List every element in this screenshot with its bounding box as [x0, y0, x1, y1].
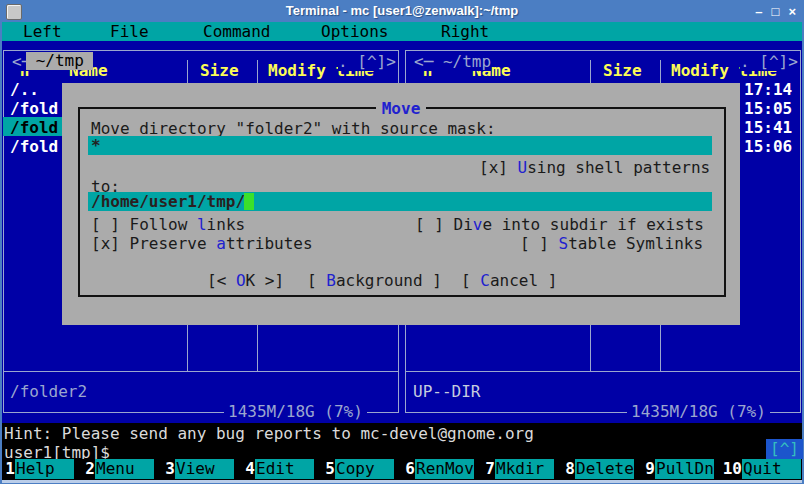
label-text: [ ] Follow: [91, 215, 197, 234]
menu-file[interactable]: File: [110, 22, 149, 41]
hotkey-letter: B: [326, 271, 336, 290]
fkey-copy[interactable]: 5Copy: [322, 459, 402, 479]
menu-command[interactable]: Command: [203, 22, 270, 41]
label-text: ttributes: [226, 234, 313, 253]
file-row[interactable]: /fold: [10, 137, 58, 156]
fkey-number: 3: [162, 459, 175, 479]
left-panel-up-indicator[interactable]: . [^]>: [338, 52, 396, 71]
menu-right[interactable]: Right: [441, 22, 489, 41]
ok-button[interactable]: [< OK >]: [207, 271, 284, 290]
window-title: Terminal - mc [user1@zenwalk]:~/tmp: [0, 0, 804, 22]
fkey-label: Copy: [335, 459, 394, 479]
left-panel-path[interactable]: ~/tmp: [26, 52, 93, 70]
fkey-label: PullDn: [655, 459, 714, 479]
cancel-button[interactable]: [ Cancel ]: [461, 271, 557, 290]
left-panel-free-space: 1435M/18G (7%): [224, 402, 367, 421]
hotkey-letter: C: [480, 271, 490, 290]
fkey-label: Edit: [255, 459, 314, 479]
mc-screen: Left File Command Options Right <─ ~/tmp…: [2, 22, 802, 480]
file-row[interactable]: /fold: [10, 99, 58, 118]
fkey-label: RenMov: [415, 459, 474, 479]
destination-value: /home/user1/tmp/: [91, 192, 245, 211]
fkey-quit[interactable]: 10Quit: [722, 459, 802, 479]
fkey-number: 9: [642, 459, 655, 479]
hotkey-letter: U: [518, 158, 528, 177]
label-text: table Symlinks: [568, 234, 703, 253]
fkey-number: 7: [482, 459, 495, 479]
fkey-number: 1: [2, 459, 15, 479]
fkey-label: Mkdir: [495, 459, 554, 479]
label-text: [ ]: [520, 234, 559, 253]
file-row[interactable]: /..: [10, 80, 39, 99]
fkey-label: Help: [15, 459, 74, 479]
label-text: sing shell patterns: [527, 158, 710, 177]
fkey-menu[interactable]: 2Menu: [82, 459, 162, 479]
function-key-bar: 1Help 2Menu 3View 4Edit 5Copy 6RenMov 7M…: [2, 459, 802, 479]
right-panel-path[interactable]: <─ ~/tmp: [414, 52, 491, 71]
dialog-title: Move: [62, 99, 740, 118]
fkey-help[interactable]: 1Help: [2, 459, 82, 479]
terminal-window: Terminal - mc [user1@zenwalk]:~/tmp – □ …: [0, 0, 804, 484]
mini-status-separator: [4, 371, 398, 372]
fkey-edit[interactable]: 4Edit: [242, 459, 322, 479]
destination-input[interactable]: /home/user1/tmp/: [88, 192, 712, 211]
fkey-label: Delete: [575, 459, 634, 479]
fkey-pulldn[interactable]: 9PullDn: [642, 459, 722, 479]
fkey-number: 4: [242, 459, 255, 479]
fkey-number: 2: [82, 459, 95, 479]
right-col-size: Size: [603, 61, 642, 80]
fkey-number: 5: [322, 459, 335, 479]
fkey-number: 6: [402, 459, 415, 479]
fkey-number: 8: [562, 459, 575, 479]
selected-file-name: /fold: [10, 118, 58, 137]
checkbox-follow-links[interactable]: [ ] Follow links: [91, 215, 245, 234]
menu-options[interactable]: Options: [321, 22, 388, 41]
label-text: inks: [207, 215, 246, 234]
close-button[interactable]: ×: [788, 4, 796, 19]
checkbox-dive-into-subdir[interactable]: [ ] Dive into subdir if exists: [415, 215, 704, 234]
scroll-up-indicator[interactable]: [^]: [766, 439, 803, 459]
label-text: ackground ]: [336, 271, 442, 290]
menu-bar: Left File Command Options Right: [2, 22, 802, 41]
mini-status-separator: [406, 371, 800, 372]
label-text: [ ] Di: [415, 215, 473, 234]
window-bottom-border: [2, 480, 802, 483]
minimize-button[interactable]: –: [755, 4, 762, 19]
label-text: [: [461, 271, 480, 290]
source-mask-input[interactable]: *: [88, 136, 712, 155]
right-mini-status: UP--DIR: [413, 382, 480, 401]
label-text: ancel ]: [490, 271, 557, 290]
checkbox-stable-symlinks[interactable]: [ ] Stable Symlinks: [520, 234, 703, 253]
right-panel-up-indicator[interactable]: . [^]>: [740, 52, 798, 71]
background-button[interactable]: [ Background ]: [307, 271, 442, 290]
menu-left[interactable]: Left: [23, 22, 62, 41]
label-text: K >]: [246, 271, 285, 290]
move-dialog: Move Move directory "folder2" with sourc…: [62, 83, 740, 325]
titlebar: Terminal - mc [user1@zenwalk]:~/tmp – □ …: [0, 0, 804, 22]
left-mini-status: /folder2: [10, 382, 87, 401]
hotkey-letter: a: [216, 234, 226, 253]
hotkey-letter: l: [197, 215, 207, 234]
left-col-size: Size: [200, 61, 239, 80]
checkbox-using-shell-patterns[interactable]: [x] Using shell patterns: [479, 158, 710, 177]
checkbox-preserve-attributes[interactable]: [x] Preserve attributes: [91, 234, 313, 253]
right-panel-free-space: 1435M/18G (7%): [627, 402, 770, 421]
fkey-number: 10: [722, 459, 742, 479]
fkey-renmov[interactable]: 6RenMov: [402, 459, 482, 479]
hotkey-letter: v: [473, 215, 483, 234]
file-mtime: 15:06: [744, 137, 792, 156]
source-mask-value: *: [91, 136, 101, 155]
fkey-delete[interactable]: 8Delete: [562, 459, 642, 479]
file-mtime: 15:41: [744, 118, 792, 137]
maximize-button[interactable]: □: [772, 4, 780, 19]
hotkey-letter: O: [236, 271, 246, 290]
fkey-label: View: [175, 459, 234, 479]
fkey-mkdir[interactable]: 7Mkdir: [482, 459, 562, 479]
fkey-label: Menu: [95, 459, 154, 479]
fkey-label: Quit: [742, 459, 801, 479]
label-text: [x]: [479, 158, 518, 177]
fkey-view[interactable]: 3View: [162, 459, 242, 479]
hint-line: Hint: Please send any bug reports to mc-…: [4, 424, 534, 443]
file-mtime: 15:05: [744, 99, 792, 118]
dialog-title-text: Move: [376, 99, 427, 118]
